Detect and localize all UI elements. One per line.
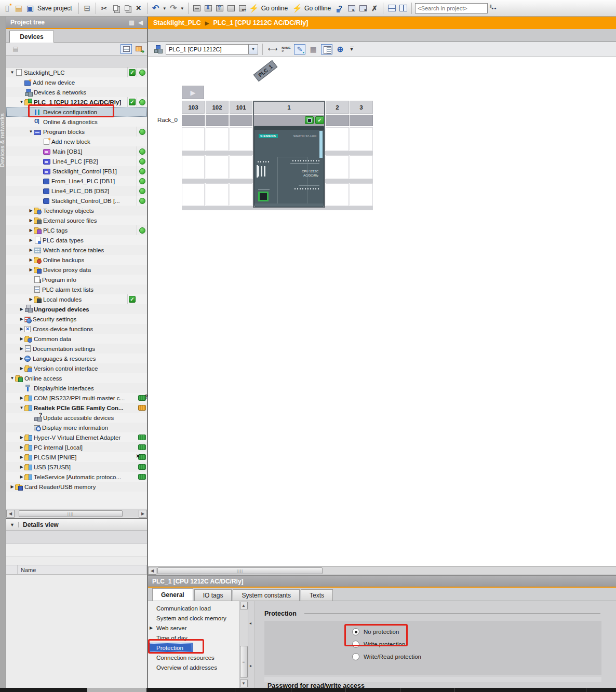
expander-icon[interactable]: ▼ [19,405,24,410]
project-tree-hscrollbar[interactable]: ◀ |||| ▶ [6,509,147,518]
tab-general[interactable]: General [152,588,193,601]
radio-option-write-read-protection[interactable]: Write/Read protection [352,653,421,660]
expander-icon[interactable]: ▶ [28,238,34,242]
radio-icon[interactable] [352,653,359,660]
tree-item-device-proxy-data[interactable]: ▶Device proxy data [6,265,147,275]
expander-icon[interactable]: ▶ [19,327,24,331]
canvas-hscrollbar[interactable]: ◀ |||| [148,566,616,575]
new-item-icon[interactable]: ▤ [10,44,21,54]
expander-icon[interactable]: ▶ [28,257,34,262]
tree-item-line4-plc-fb2[interactable]: Line4_PLC [FB2] [6,156,147,166]
save-project-label[interactable]: Save project [37,5,72,12]
radio-icon[interactable] [352,641,359,648]
tree-item-program-blocks[interactable]: ▼Program blocks [6,127,147,137]
go-online-icon[interactable] [249,3,259,13]
highlight-io-icon[interactable] [294,44,305,55]
tree-item-external-source-files[interactable]: ▶External source files [6,215,147,225]
nav-item-protection[interactable]: Protection [148,643,193,653]
scroll-right-icon[interactable]: ▶ [139,510,147,518]
rack-cell-103[interactable] [182,115,205,126]
search-input[interactable] [415,3,488,13]
tree-item-technology-objects[interactable]: ▶Technology objects [6,206,147,215]
load-icon[interactable] [192,3,202,13]
expand-all-icon[interactable] [133,44,144,54]
tree-item-device-configuration[interactable]: Device configuration [6,107,147,117]
start-simulation-icon[interactable] [226,3,236,13]
slot-101-cell[interactable] [230,127,252,151]
expander-icon[interactable]: ▶ [19,336,24,341]
rack-cell-2[interactable] [326,115,349,126]
tree-item-realtek-pcie-gbe-family-con[interactable]: ▼Realtek PCIe GBE Family Con... [6,403,147,413]
cross-references-icon[interactable] [369,3,380,13]
new-project-icon[interactable] [2,3,12,13]
tree-item-security-settings[interactable]: ▶Security settings [6,314,147,324]
slot-101-cell[interactable] [230,183,252,206]
side-tab-strip[interactable]: Devices & networks [0,17,6,688]
tree-item-display-hide-interfaces[interactable]: Display/hide interfaces [6,383,147,393]
slot-2-cell[interactable] [326,183,349,206]
tree-item-online-diagnostics[interactable]: Online & diagnostics [6,117,147,127]
device-selector-dropdown[interactable]: PLC_1 [CPU 1212C] ▼ [166,44,258,55]
show-labels-icon[interactable] [321,44,332,55]
tree-item-program-info[interactable]: Program info [6,275,147,284]
expander-icon[interactable]: ▼ [9,376,15,381]
runtime-icon[interactable] [237,3,248,13]
measure-icon[interactable] [267,44,278,55]
tree-item-stacklight-control-fb1[interactable]: Stacklight_Control [FB1] [6,166,147,176]
tab-io-tags[interactable]: IO tags [194,589,232,601]
slot-103-cell[interactable] [182,183,205,206]
slot-102-cell[interactable] [206,183,229,206]
tree-item-usb-s7usb[interactable]: ▶USB [S7USB] [6,462,147,472]
tree-item-add-new-block[interactable]: Add new block [6,137,147,146]
slot-header-102[interactable]: 102 [206,101,229,114]
tree-item-plc-data-types[interactable]: ▶PLC data types [6,235,147,245]
tree-item-documentation-settings[interactable]: ▶Documentation settings [6,344,147,354]
slot-102-cell[interactable] [206,155,229,179]
redo-icon[interactable] [168,3,179,13]
go-online-label[interactable]: Go online [261,5,288,12]
stop-cpu-icon[interactable] [358,3,368,13]
slot-expand-button[interactable]: ▶ [182,86,204,99]
nav-item-communication-load[interactable]: Communication load [148,603,239,613]
topology-view-icon[interactable] [152,44,164,55]
expander-icon[interactable]: ▶ [19,445,24,450]
expander-icon[interactable]: ▶ [19,455,24,459]
breadcrumb-device[interactable]: PLC_1 [CPU 1212C AC/DC/Rly] [213,19,308,26]
expander-icon[interactable]: ▶ [19,465,24,469]
rack-cell-3[interactable] [350,115,373,126]
tab-texts[interactable]: Texts [301,589,333,601]
download-to-device-icon[interactable] [203,3,213,13]
rack-cell-101[interactable] [230,115,252,126]
tree-item-plc-1-cpu-1212c-ac-dc-rly[interactable]: ▼PLC_1 [CPU 1212C AC/DC/Rly]✓ [6,97,147,107]
tree-item-version-control-interface[interactable]: ▶Version control interface [6,363,147,373]
tree-item-from-line4-plc-db1[interactable]: From_Line4_PLC [DB1] [6,176,147,186]
zoom-dropdown-icon[interactable] [348,44,355,55]
tab-devices[interactable]: Devices [9,31,54,43]
tree-item-stacklight-control-db[interactable]: Stacklight_Control_DB [... [6,196,147,206]
open-project-icon[interactable] [14,3,24,13]
pane-splitter[interactable] [248,601,255,688]
slot-header-3[interactable]: 3 [350,101,373,114]
table-view-icon[interactable] [120,44,132,54]
tree-item-plcsim-pn-ie[interactable]: ▶PLCSIM [PN/IE] [6,452,147,462]
tree-item-online-access[interactable]: ▼Online access [6,373,147,383]
expander-icon[interactable]: ▼ [19,100,24,104]
tree-item-hyper-v-virtual-ethernet-adapter[interactable]: ▶Hyper-V Virtual Ethernet Adapter [6,432,147,442]
tree-item-ungrouped-devices[interactable]: ▶Ungrouped devices [6,304,147,314]
tree-item-line4-plc-db-db2[interactable]: Line4_PLC_DB [DB2] [6,186,147,196]
nav-item-overview-of-addresses[interactable]: Overview of addresses [148,662,239,672]
expander-icon[interactable]: ▶ [19,396,24,400]
slot-2-cell[interactable] [326,127,349,151]
expander-icon[interactable]: ▶ [19,317,24,321]
grid-icon[interactable] [307,44,319,55]
redo-dropdown[interactable]: ▾ [180,6,185,11]
accessible-devices-icon[interactable] [335,3,345,13]
nav-item-time-of-day[interactable]: Time of day [148,633,239,643]
nav-item-web-server[interactable]: ▶Web server [148,623,239,633]
expander-icon[interactable]: ▶ [150,626,153,630]
tree-item-local-modules[interactable]: ▶Local modules✓ [6,294,147,304]
expander-icon[interactable]: ▶ [19,307,24,311]
undo-dropdown[interactable]: ▾ [162,6,167,11]
tree-item-plc-tags[interactable]: ▶PLC tags [6,225,147,235]
expander-icon[interactable]: ▶ [19,474,24,479]
